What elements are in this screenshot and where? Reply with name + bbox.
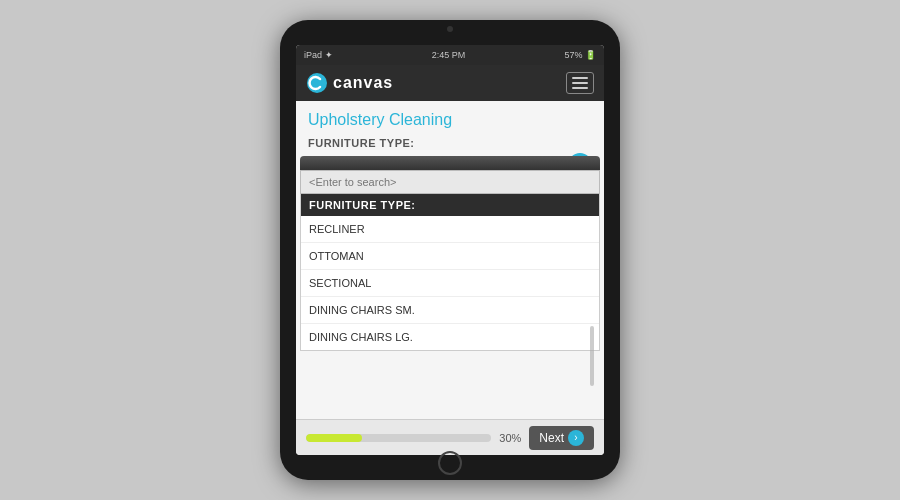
field-label: FURNITURE TYPE: bbox=[308, 137, 592, 149]
list-item[interactable]: SECTIONAL bbox=[301, 270, 599, 297]
canvas-logo: canvas bbox=[306, 72, 393, 94]
menu-line-1 bbox=[572, 77, 588, 79]
home-button[interactable] bbox=[438, 451, 462, 475]
battery-label: 57% 🔋 bbox=[564, 50, 596, 60]
search-input[interactable] bbox=[300, 170, 600, 194]
tablet-camera bbox=[447, 26, 453, 32]
status-left: iPad ✦ bbox=[304, 50, 333, 60]
bottom-bar: 30% Next › bbox=[296, 419, 604, 455]
status-right: 57% 🔋 bbox=[564, 50, 596, 60]
canvas-logo-icon bbox=[306, 72, 328, 94]
tablet-screen: iPad ✦ 2:45 PM 57% 🔋 canvas bbox=[296, 45, 604, 455]
menu-line-2 bbox=[572, 82, 588, 84]
dropdown-header-bar bbox=[300, 156, 600, 170]
scrollbar[interactable] bbox=[590, 326, 594, 386]
list-item[interactable]: DINING CHAIRS SM. bbox=[301, 297, 599, 324]
page-content: Upholstery Cleaning FURNITURE TYPE: + FU… bbox=[296, 101, 604, 419]
progress-track bbox=[306, 434, 491, 442]
list-item[interactable]: OTTOMAN bbox=[301, 243, 599, 270]
list-item[interactable]: RECLINER bbox=[301, 216, 599, 243]
app-header: canvas bbox=[296, 65, 604, 101]
tablet-device: iPad ✦ 2:45 PM 57% 🔋 canvas bbox=[280, 20, 620, 480]
progress-fill bbox=[306, 434, 362, 442]
next-label: Next bbox=[539, 431, 564, 445]
app-name-label: canvas bbox=[333, 74, 393, 92]
menu-button[interactable] bbox=[566, 72, 594, 94]
menu-line-3 bbox=[572, 87, 588, 89]
status-bar: iPad ✦ 2:45 PM 57% 🔋 bbox=[296, 45, 604, 65]
dropdown-section-header: FURNITURE TYPE: bbox=[301, 194, 599, 216]
progress-label: 30% bbox=[499, 432, 521, 444]
page-title: Upholstery Cleaning bbox=[308, 111, 592, 129]
dropdown-list: FURNITURE TYPE: RECLINER OTTOMAN SECTION… bbox=[300, 194, 600, 351]
status-time: 2:45 PM bbox=[432, 50, 466, 60]
ipad-label: iPad ✦ bbox=[304, 50, 333, 60]
list-item[interactable]: DINING CHAIRS LG. bbox=[301, 324, 599, 350]
dropdown-overlay: FURNITURE TYPE: RECLINER OTTOMAN SECTION… bbox=[300, 156, 600, 351]
next-button[interactable]: Next › bbox=[529, 426, 594, 450]
next-chevron-icon: › bbox=[568, 430, 584, 446]
